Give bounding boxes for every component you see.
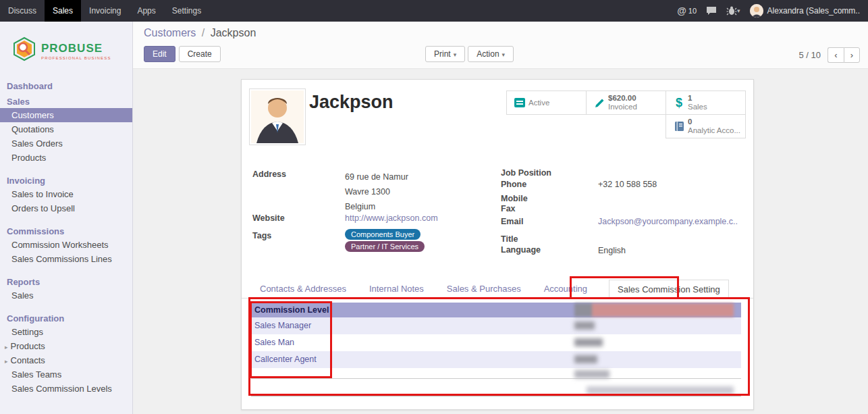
sidebar-item-label: Contacts bbox=[11, 355, 45, 365]
address-line2: Wavre 1300 bbox=[345, 184, 408, 199]
sidebar: PROBUSE PROFESSIONAL BUSINESS Dashboard … bbox=[0, 22, 133, 414]
dollar-icon: $ bbox=[670, 96, 688, 110]
sidebar-section-invoicing[interactable]: Invoicing bbox=[0, 174, 132, 187]
stat-buttons: Active $620.00 Invoiced $ bbox=[506, 90, 747, 139]
app-screen: Discuss Sales Invoicing Apps Settings @ … bbox=[0, 0, 868, 414]
top-navbar: Discuss Sales Invoicing Apps Settings @ … bbox=[0, 0, 868, 22]
tag-partner-it-services[interactable]: Partner / IT Services bbox=[345, 241, 425, 252]
menu-settings[interactable]: Settings bbox=[164, 0, 209, 22]
pager-counter: 5 / 10 bbox=[798, 50, 821, 60]
stat-label: Invoiced bbox=[608, 103, 637, 111]
mentions-button[interactable]: @ 10 bbox=[677, 5, 697, 16]
redacted-footer-cell bbox=[587, 386, 734, 394]
table-row-sales-manager[interactable]: Sales Manager bbox=[251, 317, 741, 334]
tags-label: Tags bbox=[252, 231, 271, 240]
chevron-right-icon: ▸ bbox=[5, 344, 8, 351]
tab-sales-purchases[interactable]: Sales & Purchases bbox=[445, 280, 522, 298]
user-avatar bbox=[750, 4, 763, 18]
invoiced-stat-button[interactable]: $620.00 Invoiced bbox=[586, 90, 666, 115]
address-line3: Belgium bbox=[345, 199, 408, 214]
menu-invoicing[interactable]: Invoicing bbox=[81, 0, 129, 22]
address-label: Address bbox=[252, 170, 286, 179]
topbar-right: @ 10 ▾ Alexandra (Sales_comm.. bbox=[677, 0, 868, 22]
sidebar-item-customers[interactable]: Customers bbox=[0, 108, 132, 122]
chevron-right-icon: ▸ bbox=[5, 358, 8, 365]
pager-previous-button[interactable]: ‹ bbox=[828, 47, 844, 63]
sidebar-item-sales-commission-levels[interactable]: Sales Commission Levels bbox=[0, 382, 132, 396]
sidebar-item-products-config[interactable]: ▸Products bbox=[0, 339, 132, 353]
table-row-sales-man[interactable]: Sales Man bbox=[251, 334, 741, 351]
notebook-tabs: Contacts & Addresses Internal Notes Sale… bbox=[242, 280, 753, 299]
customer-photo[interactable] bbox=[249, 88, 306, 145]
sidebar-item-quotations[interactable]: Quotations bbox=[0, 122, 132, 136]
tab-sales-commission-setting[interactable]: Sales Commission Setting bbox=[609, 280, 729, 299]
sidebar-item-sales-commissions-lines[interactable]: Sales Commissions Lines bbox=[0, 252, 132, 266]
title-label: Title bbox=[501, 234, 518, 244]
customer-form-card: Jackpson Active $620.00 bbox=[241, 79, 754, 410]
menu-discuss[interactable]: Discuss bbox=[0, 0, 45, 22]
tab-contacts-addresses[interactable]: Contacts & Addresses bbox=[259, 280, 348, 298]
logo-title: PROBUSE bbox=[41, 42, 111, 55]
sidebar-item-contacts-config[interactable]: ▸Contacts bbox=[0, 353, 132, 367]
redacted-header-cells bbox=[574, 303, 734, 317]
form-buttons: Edit Create bbox=[144, 46, 221, 62]
table-row-callcenter-agent[interactable]: Callcenter Agent bbox=[251, 351, 741, 368]
create-button[interactable]: Create bbox=[179, 46, 221, 62]
form-view-area: Jackpson Active $620.00 bbox=[133, 69, 868, 414]
stat-label: Active bbox=[528, 99, 549, 107]
address-line1: 69 rue de Namur bbox=[345, 170, 408, 184]
sidebar-item-products[interactable]: Products bbox=[0, 151, 132, 165]
tag-components-buyer[interactable]: Components Buyer bbox=[345, 229, 421, 240]
breadcrumb-record: Jackpson bbox=[211, 27, 256, 38]
tab-internal-notes[interactable]: Internal Notes bbox=[368, 280, 425, 298]
sidebar-section-sales[interactable]: Sales bbox=[0, 95, 132, 108]
language-value: English bbox=[598, 246, 626, 255]
stat-label: Sales bbox=[688, 103, 707, 111]
record-action-buttons: Print▾ Action▾ bbox=[425, 46, 514, 62]
sales-stat-button[interactable]: $ 1 Sales bbox=[666, 90, 746, 115]
sidebar-item-settings[interactable]: Settings bbox=[0, 325, 132, 339]
sidebar-section-reports[interactable]: Reports bbox=[0, 276, 132, 288]
table-empty-row bbox=[251, 368, 741, 379]
breadcrumb-customers[interactable]: Customers bbox=[144, 27, 196, 38]
user-name: Alexandra (Sales_comm.. bbox=[767, 6, 860, 16]
pager-next-button[interactable]: › bbox=[844, 47, 860, 63]
redacted-cell bbox=[574, 321, 595, 330]
chevron-down-icon: ▾ bbox=[454, 51, 457, 58]
print-dropdown-button[interactable]: Print▾ bbox=[425, 46, 465, 62]
edit-button[interactable]: Edit bbox=[144, 46, 175, 62]
sidebar-section-commissions[interactable]: Commissions bbox=[0, 225, 132, 238]
sidebar-item-sales-to-invoice[interactable]: Sales to Invoice bbox=[0, 187, 132, 201]
menu-sales[interactable]: Sales bbox=[45, 0, 81, 22]
website-link[interactable]: http://www.jackpson.com bbox=[345, 213, 438, 223]
control-panel: Customers / Jackpson Edit Create Print▾ … bbox=[133, 22, 868, 69]
customer-name-title: Jackpson bbox=[309, 92, 394, 113]
print-label: Print bbox=[434, 49, 451, 59]
address-value: 69 rue de Namur Wavre 1300 Belgium bbox=[345, 170, 408, 214]
book-icon bbox=[670, 122, 688, 131]
analytic-accounts-stat-button[interactable]: 0 Analytic Acco... bbox=[666, 114, 746, 138]
sidebar-section-configuration[interactable]: Configuration bbox=[0, 312, 132, 325]
sidebar-item-sales-report[interactable]: Sales bbox=[0, 288, 132, 303]
sidebar-item-sales-orders[interactable]: Sales Orders bbox=[0, 136, 132, 151]
tab-accounting[interactable]: Accounting bbox=[543, 280, 589, 298]
redacted-cell bbox=[574, 338, 603, 346]
debug-bug-icon[interactable]: ▾ bbox=[726, 6, 740, 16]
sidebar-item-sales-teams[interactable]: Sales Teams bbox=[0, 367, 132, 382]
breadcrumb: Customers / Jackpson bbox=[144, 27, 256, 39]
sidebar-item-commission-worksheets[interactable]: Commission Worksheets bbox=[0, 238, 132, 252]
sidebar-item-orders-to-upsell[interactable]: Orders to Upsell bbox=[0, 201, 132, 215]
active-stat-button[interactable]: Active bbox=[506, 90, 587, 115]
commission-level-table: Commission Level Sales Manager Sales Man… bbox=[251, 303, 741, 396]
sidebar-section-dashboard[interactable]: Dashboard bbox=[0, 80, 132, 93]
menu-apps[interactable]: Apps bbox=[129, 0, 163, 22]
user-menu[interactable]: Alexandra (Sales_comm.. bbox=[750, 4, 860, 18]
email-link[interactable]: Jackpson@yourcompany.example.c.. bbox=[598, 217, 738, 226]
logo-subtitle: PROFESSIONAL BUSINESS bbox=[41, 56, 111, 60]
language-label: Language bbox=[501, 245, 541, 255]
messages-icon[interactable] bbox=[706, 6, 717, 16]
action-dropdown-button[interactable]: Action▾ bbox=[468, 46, 514, 62]
breadcrumb-separator: / bbox=[199, 27, 207, 38]
top-menu: Discuss Sales Invoicing Apps Settings bbox=[0, 0, 209, 22]
main-content: Customers / Jackpson Edit Create Print▾ … bbox=[133, 22, 868, 414]
